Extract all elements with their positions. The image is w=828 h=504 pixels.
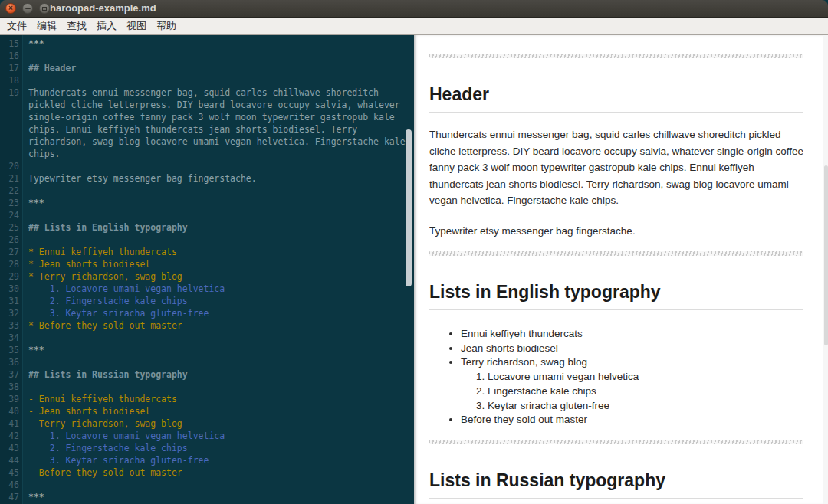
- editor-line-43[interactable]: 43 2. Fingerstache kale chips: [0, 442, 414, 454]
- editor-line-41[interactable]: 41- Terry richardson, swag blog: [0, 417, 414, 430]
- close-button[interactable]: ×: [5, 3, 16, 14]
- editor-line-18[interactable]: 18: [0, 74, 414, 87]
- maximize-button[interactable]: [39, 3, 50, 14]
- line-number: 30: [0, 283, 23, 295]
- menu-item-5[interactable]: 视图: [127, 19, 146, 33]
- editor-line-31[interactable]: 31 2. Fingerstache kale chips: [0, 295, 414, 307]
- editor-line-34[interactable]: 34: [0, 332, 414, 344]
- preview-scrollbar[interactable]: [823, 35, 828, 504]
- editor-line-21[interactable]: 21Typewriter etsy messenger bag fingerst…: [0, 172, 414, 185]
- line-number: 41: [0, 417, 23, 430]
- minimize-button[interactable]: [22, 3, 33, 14]
- line-number: 43: [0, 442, 23, 454]
- editor-line-32[interactable]: 32 3. Keytar sriracha gluten-free: [0, 307, 414, 319]
- editor-line-22[interactable]: 22: [0, 185, 414, 197]
- editor-scrollbar-thumb[interactable]: [406, 129, 412, 286]
- line-text: ***: [23, 38, 413, 50]
- preview-list: Ennui keffiyeh thundercatsJean shorts bi…: [429, 327, 803, 427]
- editor-line-25[interactable]: 25## Lists in English typography: [0, 221, 414, 234]
- preview-pane: HeaderThundercats ennui messenger bag, s…: [414, 35, 828, 504]
- line-number: 16: [0, 50, 23, 62]
- editor-line-30[interactable]: 30 1. Locavore umami vegan helvetica: [0, 283, 414, 295]
- titlebar: × haroopad-example.md: [0, 0, 828, 18]
- line-text: ## Header: [23, 62, 413, 74]
- line-number: 29: [0, 270, 23, 283]
- editor-line-17[interactable]: 17## Header: [0, 62, 414, 74]
- line-text: [23, 74, 413, 87]
- line-number: 38: [0, 381, 23, 393]
- preview-heading: Lists in English typography: [429, 282, 803, 310]
- line-text: * Ennui keffiyeh thundercats: [23, 246, 413, 258]
- editor-line-35[interactable]: 35***: [0, 344, 414, 356]
- editor-line-26[interactable]: 26: [0, 234, 414, 246]
- menu-item-4[interactable]: 插入: [97, 19, 117, 33]
- line-text: Thundercats ennui messenger bag, squid c…: [23, 87, 413, 160]
- line-number: 46: [0, 479, 23, 491]
- editor-pane[interactable]: 15***1617## Header1819Thundercats ennui …: [0, 35, 414, 504]
- line-number: 20: [0, 160, 23, 172]
- line-text: - Before they sold out master: [23, 466, 413, 479]
- menu-item-3[interactable]: 查找: [67, 19, 87, 33]
- line-text: [23, 356, 413, 368]
- preview-horizontal-rule: [429, 440, 803, 444]
- window-controls: ×: [5, 3, 50, 14]
- editor-line-47[interactable]: 47***: [0, 491, 414, 503]
- editor-line-23[interactable]: 23***: [0, 197, 414, 209]
- editor-line-42[interactable]: 42 1. Locavore umami vegan helvetica: [0, 430, 414, 442]
- line-number: 36: [0, 356, 23, 368]
- menu-item-1[interactable]: 文件: [7, 19, 27, 33]
- line-text: ## Lists in English typography: [23, 221, 413, 234]
- editor-line-15[interactable]: 15***: [0, 38, 414, 50]
- editor-lines: 15***1617## Header1819Thundercats ennui …: [0, 35, 414, 503]
- editor-line-28[interactable]: 28* Jean shorts biodiesel: [0, 258, 414, 270]
- line-text: [23, 381, 413, 393]
- editor-line-39[interactable]: 39- Ennui keffiyeh thundercats: [0, 393, 414, 405]
- menubar: 文件编辑查找插入视图帮助: [0, 18, 828, 35]
- editor-line-27[interactable]: 27* Ennui keffiyeh thundercats: [0, 246, 414, 258]
- line-number: 45: [0, 466, 23, 479]
- line-number: 22: [0, 185, 23, 197]
- menu-item-2[interactable]: 编辑: [37, 19, 57, 33]
- line-number: 19: [0, 87, 23, 99]
- line-text: Typewriter etsy messenger bag fingerstac…: [23, 172, 413, 185]
- line-number: 24: [0, 209, 23, 221]
- preview-paragraph: Thundercats ennui messenger bag, squid c…: [429, 126, 803, 209]
- line-text: 3. Keytar sriracha gluten-free: [23, 454, 413, 466]
- list-item: Jean shorts biodiesel: [461, 342, 803, 356]
- line-number: 28: [0, 258, 23, 270]
- editor-line-16[interactable]: 16: [0, 50, 414, 62]
- editor-line-40[interactable]: 40- Jean shorts biodiesel: [0, 405, 414, 417]
- line-number: 27: [0, 246, 23, 258]
- line-text: 1. Locavore umami vegan helvetica: [23, 283, 413, 295]
- editor-line-38[interactable]: 38: [0, 381, 414, 393]
- editor-line-36[interactable]: 36: [0, 356, 414, 368]
- ordered-list-item: Fingerstache kale chips: [488, 385, 803, 399]
- preview-horizontal-rule: [429, 54, 803, 58]
- line-text: ## Lists in Russian typography: [23, 368, 413, 381]
- ordered-list-item: Keytar sriracha gluten-free: [488, 399, 803, 414]
- list-item: Before they sold out master: [461, 413, 803, 427]
- editor-line-46[interactable]: 46: [0, 479, 414, 491]
- preview-paragraph: Typewriter etsy messenger bag fingerstac…: [429, 223, 803, 240]
- line-number: 21: [0, 172, 23, 185]
- editor-line-33[interactable]: 33* Before they sold out master: [0, 319, 414, 332]
- editor-line-19[interactable]: 19Thundercats ennui messenger bag, squid…: [0, 87, 414, 160]
- line-number: 18: [0, 74, 23, 87]
- menu-item-6[interactable]: 帮助: [156, 19, 176, 33]
- line-number: 44: [0, 454, 23, 466]
- line-text: [23, 160, 413, 172]
- close-icon: ×: [8, 5, 13, 12]
- editor-line-44[interactable]: 44 3. Keytar sriracha gluten-free: [0, 454, 414, 466]
- preview-scrollbar-thumb[interactable]: [824, 165, 828, 345]
- line-text: * Jean shorts biodiesel: [23, 258, 413, 270]
- editor-line-45[interactable]: 45- Before they sold out master: [0, 466, 414, 479]
- line-number: 40: [0, 405, 23, 417]
- editor-line-37[interactable]: 37## Lists in Russian typography: [0, 368, 414, 381]
- editor-line-24[interactable]: 24: [0, 209, 414, 221]
- editor-line-20[interactable]: 20: [0, 160, 414, 172]
- editor-line-29[interactable]: 29* Terry richardson, swag blog: [0, 270, 414, 283]
- line-text: [23, 50, 413, 62]
- line-text: * Terry richardson, swag blog: [23, 270, 413, 283]
- ordered-list-item: Locavore umami vegan helvetica: [488, 370, 803, 385]
- line-number: 17: [0, 62, 23, 74]
